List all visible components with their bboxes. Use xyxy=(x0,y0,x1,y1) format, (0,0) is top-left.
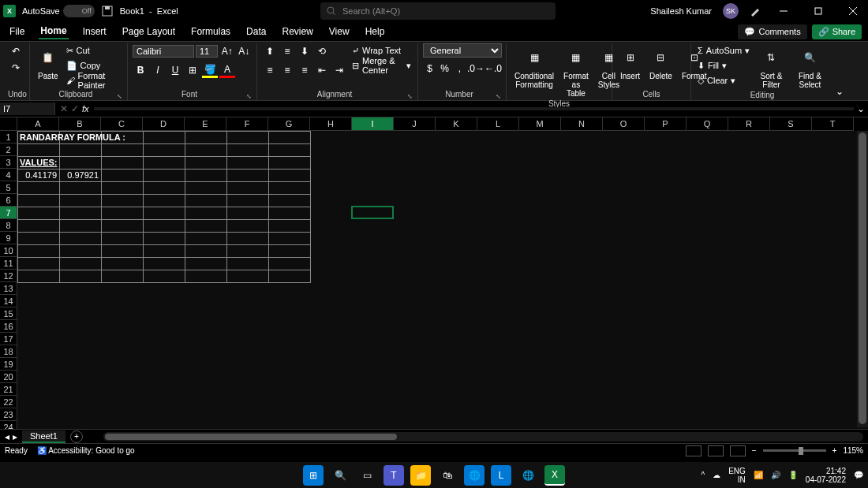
undo-button[interactable]: ↶ xyxy=(8,43,24,59)
cell-border[interactable] xyxy=(143,194,185,207)
cell-border[interactable] xyxy=(101,143,144,157)
cell-border[interactable] xyxy=(143,270,185,283)
col-header-R[interactable]: R xyxy=(728,117,770,131)
cell-border[interactable] xyxy=(101,270,144,283)
cell-border[interactable] xyxy=(185,244,227,258)
fill-color-button[interactable]: 🪣 xyxy=(202,62,218,78)
cell-border[interactable] xyxy=(143,181,185,195)
cell-border[interactable] xyxy=(185,156,227,169)
save-icon[interactable] xyxy=(101,5,114,17)
fx-icon[interactable]: fx xyxy=(82,104,89,114)
cell-border[interactable] xyxy=(101,257,144,270)
cell-border[interactable] xyxy=(268,156,311,169)
row-header-2[interactable]: 2 xyxy=(0,143,17,156)
delete-cells-button[interactable]: ⊟Delete xyxy=(646,43,675,82)
col-header-J[interactable]: J xyxy=(394,117,436,131)
col-header-H[interactable]: H xyxy=(310,117,352,131)
col-header-D[interactable]: D xyxy=(143,117,185,131)
cancel-formula-icon[interactable]: ✕ xyxy=(60,103,68,114)
paste-button[interactable]: 📋Paste xyxy=(35,43,62,82)
name-box[interactable]: I7 xyxy=(0,102,55,115)
cell-A1[interactable]: RANDARRAY FORMULA : xyxy=(17,131,136,143)
cell-border[interactable] xyxy=(143,143,185,157)
cell-border[interactable] xyxy=(226,244,269,258)
col-header-A[interactable]: A xyxy=(17,117,59,131)
number-format-select[interactable]: General xyxy=(423,43,502,58)
cell-border[interactable] xyxy=(268,244,311,258)
cell-border[interactable] xyxy=(101,156,144,169)
row-header-19[interactable]: 19 xyxy=(0,358,17,371)
cell-border[interactable] xyxy=(143,219,185,233)
cell-border[interactable] xyxy=(185,181,227,195)
tab-review[interactable]: Review xyxy=(280,24,314,39)
insert-cells-button[interactable]: ⊞Insert xyxy=(617,43,643,82)
formula-input[interactable] xyxy=(94,107,854,110)
horizontal-scrollbar[interactable] xyxy=(103,432,863,441)
cell-border[interactable] xyxy=(59,156,102,169)
cell-border[interactable] xyxy=(226,232,269,245)
row-header-24[interactable]: 24 xyxy=(0,421,17,429)
enter-formula-icon[interactable]: ✓ xyxy=(71,103,79,114)
border-button[interactable]: ⊞ xyxy=(185,62,200,78)
cell-border[interactable] xyxy=(185,207,227,220)
cell-border[interactable] xyxy=(185,257,227,270)
col-header-N[interactable]: N xyxy=(561,117,603,131)
cell-border[interactable] xyxy=(143,232,185,245)
cell-border[interactable] xyxy=(268,194,311,207)
cell-border[interactable] xyxy=(17,143,60,157)
row-header-15[interactable]: 15 xyxy=(0,307,17,320)
col-header-G[interactable]: G xyxy=(268,117,310,131)
add-sheet-button[interactable]: + xyxy=(70,430,83,443)
cell-border[interactable] xyxy=(226,270,269,283)
cell-border[interactable] xyxy=(226,194,269,207)
redo-button[interactable]: ↷ xyxy=(8,60,24,76)
col-header-B[interactable]: B xyxy=(59,117,101,131)
col-header-Q[interactable]: Q xyxy=(687,117,728,131)
tray-volume-icon[interactable]: 🔊 xyxy=(771,471,780,479)
user-avatar[interactable]: SK xyxy=(723,3,739,19)
cell-border[interactable] xyxy=(268,169,311,182)
row-header-23[interactable]: 23 xyxy=(0,408,17,421)
tab-page-layout[interactable]: Page Layout xyxy=(121,24,177,39)
cell-border[interactable] xyxy=(268,207,311,220)
close-button[interactable] xyxy=(841,3,865,19)
row-header-17[interactable]: 17 xyxy=(0,333,17,345)
tab-file[interactable]: File xyxy=(8,24,26,39)
tab-home[interactable]: Home xyxy=(39,24,68,39)
cell-border[interactable] xyxy=(143,244,185,258)
maximize-button[interactable] xyxy=(806,3,830,19)
view-normal-button[interactable] xyxy=(686,445,702,456)
col-header-P[interactable]: P xyxy=(645,117,687,131)
cell-border[interactable] xyxy=(17,181,60,195)
cell-border[interactable] xyxy=(226,156,269,169)
taskbar-edge-icon[interactable]: 🌐 xyxy=(464,465,485,486)
tray-onedrive-icon[interactable]: ☁ xyxy=(713,471,720,479)
cell-border[interactable] xyxy=(185,143,227,157)
cell-border[interactable] xyxy=(143,169,185,182)
row-header-21[interactable]: 21 xyxy=(0,383,17,396)
cell-border[interactable] xyxy=(185,232,227,245)
taskbar-app1-icon[interactable]: L xyxy=(491,465,511,486)
tab-data[interactable]: Data xyxy=(245,24,268,39)
cell-border[interactable] xyxy=(226,143,269,157)
row-header-14[interactable]: 14 xyxy=(0,295,17,307)
orientation-button[interactable]: ⟲ xyxy=(314,43,330,59)
clipboard-launcher[interactable]: ⤡ xyxy=(117,93,122,100)
collapse-ribbon-button[interactable]: ⌄ xyxy=(836,86,844,97)
share-button[interactable]: 🔗 Share xyxy=(812,24,862,39)
tray-clock[interactable]: 21:4204-07-2022 xyxy=(806,467,846,484)
cell-border[interactable] xyxy=(59,194,102,207)
minimize-button[interactable] xyxy=(772,3,795,19)
cell-border[interactable] xyxy=(143,156,185,169)
taskbar-task-view-icon[interactable]: ▭ xyxy=(357,465,377,486)
comments-button[interactable]: 💬 Comments xyxy=(738,24,806,39)
cell-border[interactable] xyxy=(101,219,144,233)
font-size-select[interactable] xyxy=(196,45,218,58)
sheet-nav-prev[interactable]: ◂ xyxy=(5,431,9,442)
cell-border[interactable] xyxy=(143,131,185,144)
tray-language[interactable]: ENGIN xyxy=(728,467,746,484)
taskbar-store-icon[interactable]: 🛍 xyxy=(437,465,458,486)
cell-border[interactable] xyxy=(185,194,227,207)
align-top-button[interactable]: ⬆ xyxy=(262,43,278,59)
row-header-12[interactable]: 12 xyxy=(0,270,17,282)
